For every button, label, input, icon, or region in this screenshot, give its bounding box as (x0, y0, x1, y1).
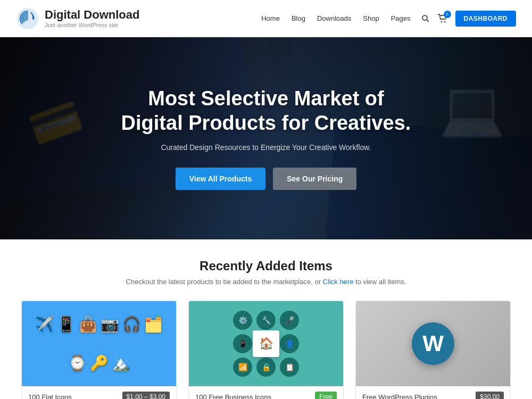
product-name-2: 100 Free Business Icons (195, 393, 271, 400)
header-icons: 0 (421, 14, 448, 23)
nav-downloads[interactable]: Downloads (317, 14, 351, 22)
product-image-2: ⚙️ 🔧 🎤 📱 👤 📶 🔒 📋 🏠 (189, 301, 343, 386)
hero-subtitle: Curated Design Resources to Energize You… (121, 143, 411, 152)
hero-title: Most Selective Market of Digital Product… (121, 87, 411, 135)
svg-point-4 (444, 21, 445, 22)
hero-section: Most Selective Market of Digital Product… (0, 37, 532, 239)
main-nav: Home Blog Downloads Shop Pages (261, 14, 410, 22)
click-here-link[interactable]: Click here (323, 278, 354, 286)
svg-line-2 (427, 20, 429, 22)
svg-point-3 (440, 21, 442, 22)
product-footer-2: 100 Free Business Icons Free (189, 386, 343, 399)
product-price-3: $30.00 (476, 392, 504, 399)
nav-pages[interactable]: Pages (391, 14, 411, 22)
recently-added-section: Recently Added Items Checkout the latest… (0, 239, 532, 399)
site-header: Digital Download Just another WordPress … (0, 0, 532, 37)
product-card-1[interactable]: ✈️ 📱 👜 📷 🎧 🗂️ ⌚ 🔑 🏔️ 100 Flat Icons $1.0… (21, 301, 177, 399)
site-tagline: Just another WordPress site (45, 22, 139, 28)
see-pricing-button[interactable]: See Our Pricing (273, 168, 356, 190)
nav-shop[interactable]: Shop (363, 14, 379, 22)
product-name-1: 100 Flat Icons (28, 393, 72, 400)
dashboard-button[interactable]: DASHBOARD (455, 11, 517, 27)
site-title: Digital Download (45, 9, 139, 21)
logo-icon (16, 7, 39, 30)
product-image-3: W (356, 301, 510, 386)
logo-text: Digital Download Just another WordPress … (45, 9, 139, 28)
products-grid: ✈️ 📱 👜 📷 🎧 🗂️ ⌚ 🔑 🏔️ 100 Flat Icons $1.0… (21, 301, 511, 399)
product-price-1: $1.00 – $3.00 (122, 392, 170, 399)
product-image-1: ✈️ 📱 👜 📷 🎧 🗂️ ⌚ 🔑 🏔️ (22, 301, 176, 386)
product-name-3: Free WordPress Plugins (362, 393, 437, 400)
view-all-products-button[interactable]: View All Products (176, 168, 265, 190)
nav-blog[interactable]: Blog (292, 14, 305, 22)
cart-count: 0 (444, 11, 451, 18)
nav-home[interactable]: Home (261, 14, 280, 22)
hero-content: Most Selective Market of Digital Product… (100, 87, 433, 189)
search-icon (421, 14, 430, 23)
product-card-2[interactable]: ⚙️ 🔧 🎤 📱 👤 📶 🔒 📋 🏠 100 Free Business Ico… (188, 301, 344, 399)
section-title: Recently Added Items (21, 259, 511, 273)
wordpress-logo: W (412, 322, 454, 365)
hero-buttons: View All Products See Our Pricing (121, 168, 411, 190)
svg-point-1 (422, 15, 427, 20)
product-footer-3: Free WordPress Plugins $30.00 (356, 386, 510, 399)
cart-button[interactable]: 0 (437, 14, 448, 23)
product-footer-1: 100 Flat Icons $1.00 – $3.00 (22, 386, 176, 399)
product-price-2: Free (315, 392, 337, 399)
section-subtitle: Checkout the latest products to be added… (21, 278, 511, 286)
logo-area: Digital Download Just another WordPress … (16, 7, 139, 30)
product-card-3[interactable]: W Free WordPress Plugins $30.00 (355, 301, 511, 399)
search-button[interactable] (421, 14, 430, 23)
